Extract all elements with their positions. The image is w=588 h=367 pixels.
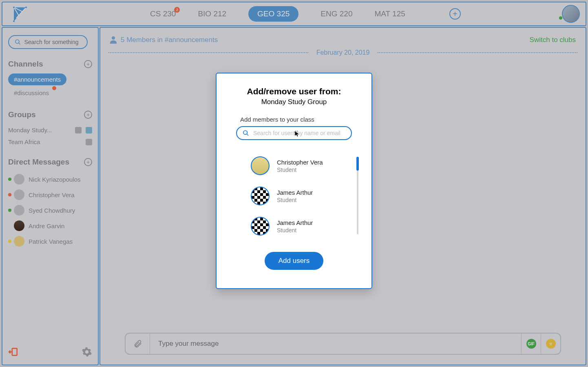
group-member-icon: [86, 139, 92, 145]
class-tab-cs230[interactable]: CS 230 2: [150, 9, 176, 18]
group-member-icon: [75, 127, 82, 133]
message-input[interactable]: [150, 340, 521, 348]
settings-button[interactable]: [82, 347, 92, 359]
date-label: February 20, 2019: [316, 49, 370, 56]
svg-line-13: [247, 134, 248, 136]
channels-header: Channels: [8, 60, 43, 69]
class-tab-bio212[interactable]: BIO 212: [198, 9, 226, 18]
sidebar-search[interactable]: [8, 35, 88, 49]
dms-header: Direct Messages: [8, 158, 69, 167]
class-label: BIO 212: [198, 9, 226, 18]
status-dot: [8, 240, 11, 243]
dm-andre[interactable]: Andre Garvin: [8, 218, 92, 234]
group-add-member-icon[interactable]: [86, 127, 92, 133]
status-dot: [8, 209, 11, 212]
class-label: CS 230: [150, 9, 176, 18]
modal-subtitle: Monday Study Group: [261, 98, 327, 106]
modal-title: Add/remove user from:: [247, 87, 341, 96]
class-tab-geo325[interactable]: GEO 325: [248, 6, 298, 22]
avatar: [14, 236, 24, 247]
dms-section: Direct Messages + Nick Kyriazopoulos Chr…: [8, 158, 92, 249]
class-tab-mat125[interactable]: MAT 125: [374, 9, 405, 18]
avatar: [14, 205, 24, 216]
search-icon: [243, 130, 249, 136]
scrollbar-thumb[interactable]: [356, 157, 359, 171]
channel-discussions[interactable]: #discussions: [8, 87, 55, 99]
user-row[interactable]: James ArthurStudent: [251, 187, 371, 205]
status-dot: [8, 178, 11, 181]
modal-label: Add members to your class: [240, 116, 314, 123]
search-icon: [15, 38, 21, 46]
user-avatar: [251, 187, 270, 205]
top-nav: CS 230 2 BIO 212 GEO 325 ENG 220 MAT 125…: [2, 2, 586, 26]
user-row[interactable]: Christopher VeraStudent: [251, 156, 371, 175]
svg-rect-9: [12, 348, 17, 355]
svg-point-6: [13, 20, 15, 22]
group-team-africa[interactable]: Team Africa: [8, 136, 92, 148]
presence-indicator: [559, 16, 562, 20]
group-label: Team Africa: [8, 138, 40, 145]
gif-button[interactable]: GIF: [521, 334, 541, 354]
add-dm-button[interactable]: +: [84, 158, 92, 166]
class-tab-eng220[interactable]: ENG 220: [321, 9, 352, 18]
svg-point-11: [551, 343, 552, 343]
user-avatar: [251, 156, 270, 175]
add-channel-button[interactable]: +: [84, 60, 92, 68]
date-divider: February 20, 2019: [100, 49, 586, 56]
user-avatar[interactable]: [562, 5, 580, 23]
status-dot: [8, 193, 11, 196]
logout-button[interactable]: [8, 347, 19, 359]
app-logo[interactable]: [11, 6, 28, 22]
user-avatar: [251, 217, 270, 236]
attach-button[interactable]: [126, 334, 150, 354]
svg-point-12: [243, 131, 247, 134]
user-row[interactable]: James ArthurStudent: [251, 217, 371, 236]
svg-point-7: [15, 40, 19, 43]
channels-section: Channels + #announcements #discussions: [8, 60, 92, 100]
emoji-button[interactable]: [541, 334, 560, 354]
person-icon: [110, 36, 117, 44]
svg-point-5: [25, 7, 27, 8]
channel-announcements[interactable]: #announcements: [8, 73, 66, 85]
dm-syed[interactable]: Syed Chowdhury: [8, 202, 92, 218]
svg-line-8: [19, 43, 20, 44]
dm-christopher[interactable]: Christopher Vera: [8, 187, 92, 202]
sidebar: Channels + #announcements #discussions G…: [2, 27, 99, 365]
search-input[interactable]: [24, 39, 81, 45]
svg-point-4: [13, 7, 15, 8]
add-group-button[interactable]: +: [84, 111, 92, 119]
switch-to-clubs-link[interactable]: Switch to clubs: [530, 36, 576, 44]
add-class-button[interactable]: +: [449, 8, 461, 20]
avatar: [14, 174, 24, 185]
class-label: MAT 125: [374, 9, 405, 18]
user-list: Christopher VeraStudent James ArthurStud…: [217, 156, 371, 247]
avatar: [14, 220, 24, 231]
avatar: [14, 189, 24, 200]
search-placeholder: Search for users by name or email: [253, 130, 340, 136]
groups-section: Groups + Monday Study... Team Africa: [8, 110, 92, 148]
dm-patrick[interactable]: Patrick Vanegas: [8, 234, 92, 249]
class-label: GEO 325: [257, 9, 290, 18]
add-users-button[interactable]: Add users: [265, 252, 324, 270]
add-remove-user-modal: Add/remove user from: Monday Study Group…: [216, 73, 372, 289]
class-label: ENG 220: [321, 9, 352, 18]
channel-member-info[interactable]: 5 Members in #announcements: [110, 36, 218, 44]
svg-point-10: [550, 343, 550, 343]
message-composer: GIF: [125, 333, 561, 355]
scrollbar[interactable]: [357, 157, 358, 234]
group-label: Monday Study...: [8, 127, 52, 133]
notification-dot: [52, 86, 56, 90]
groups-header: Groups: [8, 110, 36, 119]
dm-nick[interactable]: Nick Kyriazopoulos: [8, 171, 92, 187]
group-monday-study[interactable]: Monday Study...: [8, 124, 92, 136]
user-search[interactable]: Search for users by name or email: [236, 126, 352, 140]
status-dot: [8, 224, 11, 227]
class-tabs: CS 230 2 BIO 212 GEO 325 ENG 220 MAT 125…: [150, 6, 461, 22]
notification-badge: 2: [174, 7, 180, 13]
